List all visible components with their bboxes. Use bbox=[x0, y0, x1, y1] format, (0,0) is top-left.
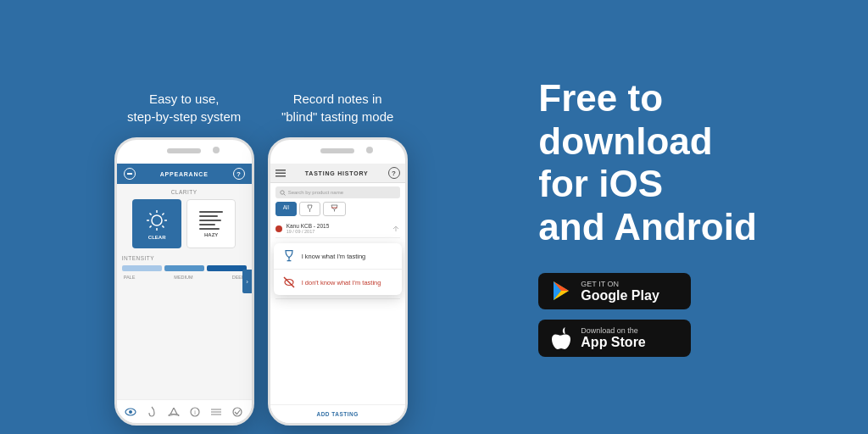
svg-point-17 bbox=[233, 408, 242, 416]
app-store-main: App Store bbox=[581, 335, 645, 350]
info-nav-icon[interactable]: i bbox=[188, 405, 202, 419]
phones-section: Easy to use, step-by-step system APPEARA… bbox=[0, 0, 521, 434]
clarity-card-hazy[interactable]: HAZY bbox=[186, 199, 236, 248]
title-line3: for iOS bbox=[538, 163, 663, 204]
svg-text:i: i bbox=[194, 409, 196, 415]
phone1-header: APPEARANCE ? bbox=[117, 164, 252, 184]
clarity-row: CLEAR bbox=[122, 199, 247, 248]
main-title: Free to download for iOS and Android bbox=[538, 77, 756, 248]
popup-option1-text: I know what I'm tasting bbox=[302, 253, 366, 260]
search-icon bbox=[280, 190, 286, 196]
nav-arrow[interactable]: › bbox=[242, 270, 253, 293]
question-icon-1: ? bbox=[233, 168, 245, 180]
svg-point-21 bbox=[280, 190, 283, 193]
google-play-text: GET IT ON Google Play bbox=[581, 280, 659, 303]
search-bar[interactable]: Search by product name bbox=[275, 186, 400, 198]
svg-line-6 bbox=[163, 225, 164, 227]
blind-icon bbox=[282, 275, 296, 289]
phone2-header: TASTING HISTORY ? bbox=[270, 164, 405, 183]
svg-line-8 bbox=[150, 225, 152, 227]
popup-option1[interactable]: I know what I'm tasting bbox=[274, 243, 402, 270]
tasting-info-1: Kanu KCB - 2015 19 / 09 / 2017 bbox=[287, 223, 392, 234]
wine-glass-icon bbox=[282, 249, 296, 263]
eye-nav-icon[interactable] bbox=[124, 405, 137, 419]
hat-nav-icon[interactable] bbox=[167, 405, 181, 419]
title-line2: download bbox=[538, 120, 712, 162]
google-play-badge[interactable]: GET IT ON Google Play bbox=[538, 273, 691, 310]
phone1-frame: APPEARANCE ? CLARITY bbox=[114, 137, 254, 426]
clarity-card-clear[interactable]: CLEAR bbox=[132, 199, 181, 248]
intensity-section: INTENSITY PALE MEDIUM DEEP bbox=[122, 255, 247, 280]
right-section: Free to download for iOS and Android GET… bbox=[521, 0, 868, 434]
popup-option2-text: I don't know what I'm tasting bbox=[302, 279, 381, 287]
phone2-wrapper: Record notes in "blind" tasting mode TAS… bbox=[268, 90, 408, 426]
clear-label: CLEAR bbox=[148, 235, 166, 240]
popup-option2[interactable]: I don't know what I'm tasting bbox=[274, 270, 402, 295]
label-medium: MEDIUM bbox=[174, 275, 192, 280]
svg-rect-18 bbox=[275, 170, 286, 171]
phone1-content: CLARITY bbox=[117, 184, 252, 399]
popup-overlay: I know what I'm tasting I don't know wha… bbox=[274, 243, 402, 295]
share-icon-1 bbox=[392, 225, 400, 233]
svg-rect-19 bbox=[275, 172, 286, 174]
tasting-name-1: Kanu KCB - 2015 bbox=[287, 223, 392, 229]
tasting-list: Kanu KCB - 2015 19 / 09 / 2017 I know wh… bbox=[270, 220, 405, 404]
intensity-bars bbox=[122, 265, 247, 271]
filter-wine[interactable] bbox=[299, 202, 320, 216]
tasting-dot-1 bbox=[275, 225, 282, 232]
title-line1: Free to bbox=[538, 77, 663, 119]
intensity-medium[interactable] bbox=[164, 265, 204, 271]
label-pale: PALE bbox=[124, 275, 136, 280]
phone2-header-title: TASTING HISTORY bbox=[305, 170, 369, 176]
svg-rect-20 bbox=[275, 175, 286, 177]
svg-line-5 bbox=[150, 213, 152, 214]
google-play-main: Google Play bbox=[581, 288, 659, 303]
google-play-icon bbox=[550, 280, 572, 302]
apple-icon bbox=[550, 327, 572, 349]
add-tasting-button[interactable]: ADD TASTING bbox=[270, 404, 405, 423]
svg-point-10 bbox=[129, 410, 132, 414]
question-icon-2: ? bbox=[388, 167, 400, 179]
filter-all[interactable]: All bbox=[275, 202, 297, 216]
menu-icon bbox=[275, 170, 286, 177]
app-store-top: Download on the bbox=[581, 326, 645, 335]
title-line4: and Android bbox=[538, 206, 756, 248]
app-store-text: Download on the App Store bbox=[581, 326, 645, 350]
phone1-screen: APPEARANCE ? CLARITY bbox=[117, 164, 252, 423]
clarity-label: CLARITY bbox=[171, 189, 198, 195]
main-container: Easy to use, step-by-step system APPEARA… bbox=[0, 0, 868, 434]
svg-line-22 bbox=[283, 193, 285, 195]
lines-nav-icon[interactable] bbox=[209, 405, 223, 419]
minus-circle-icon bbox=[124, 168, 136, 180]
search-placeholder: Search by product name bbox=[288, 190, 343, 195]
intensity-pale[interactable] bbox=[122, 265, 162, 271]
intensity-label: INTENSITY bbox=[122, 255, 247, 261]
phone1-wrapper: Easy to use, step-by-step system APPEARA… bbox=[114, 90, 254, 426]
app-store-badge[interactable]: Download on the App Store bbox=[538, 320, 691, 357]
sun-icon bbox=[145, 209, 169, 232]
phones-container: Easy to use, step-by-step system APPEARA… bbox=[0, 73, 521, 434]
intensity-deep[interactable] bbox=[207, 265, 247, 271]
phone1-bottom-nav: i bbox=[117, 399, 252, 423]
phone1-caption: Easy to use, step-by-step system bbox=[127, 90, 241, 125]
phone2-frame: TASTING HISTORY ? Search by product name… bbox=[268, 137, 408, 426]
tasting-date-1: 19 / 09 / 2017 bbox=[287, 229, 392, 234]
phone1-header-title: APPEARANCE bbox=[160, 171, 209, 177]
hazy-label: HAZY bbox=[204, 232, 218, 237]
filter-tabs: All bbox=[275, 202, 400, 216]
phone2-caption: Record notes in "blind" tasting mode bbox=[281, 90, 393, 125]
store-badges: GET IT ON Google Play Download on the Ap… bbox=[538, 273, 691, 357]
google-play-top: GET IT ON bbox=[581, 280, 659, 288]
nose-nav-icon[interactable] bbox=[145, 405, 159, 419]
svg-line-7 bbox=[163, 213, 164, 214]
intensity-labels: PALE MEDIUM DEEP bbox=[122, 275, 247, 280]
phone2-screen: TASTING HISTORY ? Search by product name… bbox=[270, 164, 405, 423]
svg-point-0 bbox=[152, 215, 162, 225]
svg-line-30 bbox=[284, 277, 294, 287]
tasting-item-1[interactable]: Kanu KCB - 2015 19 / 09 / 2017 bbox=[275, 220, 400, 238]
hazy-icon bbox=[199, 211, 223, 230]
check-nav-icon[interactable] bbox=[231, 405, 244, 419]
filter-crossed[interactable] bbox=[323, 202, 346, 216]
